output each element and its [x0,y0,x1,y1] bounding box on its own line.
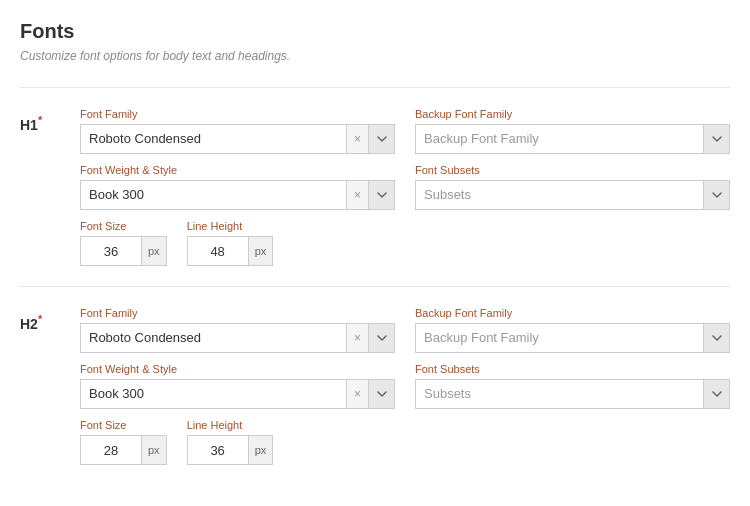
h1-line-height-label: Line Height [187,220,274,232]
h2-font-size-label: Font Size [80,419,167,431]
h2-font-weight-dropdown[interactable] [368,380,394,408]
h2-font-family-label: Font Family [80,307,395,319]
h1-line-height-wrapper: px [187,236,274,266]
h1-font-size-wrapper: px [80,236,167,266]
h2-label: H2* [20,307,80,332]
h1-font-family-label: Font Family [80,108,395,120]
h2-line-height-label: Line Height [187,419,274,431]
chevron-down-icon [377,333,387,343]
h2-font-size-wrapper: px [80,435,167,465]
h2-font-size-unit: px [141,436,166,464]
h1-font-weight-dropdown[interactable] [368,181,394,209]
h1-backup-font-family-value: Backup Font Family [416,124,703,154]
h2-font-subsets-dropdown[interactable] [703,380,729,408]
h1-font-subsets-select[interactable]: Subsets [415,180,730,210]
h1-font-weight-label: Font Weight & Style [80,164,395,176]
h1-font-family-clear[interactable]: × [346,125,368,153]
h2-size-line-row: Font Size px Line Height px [80,419,730,465]
h1-backup-font-family-label: Backup Font Family [415,108,730,120]
h1-backup-font-family-select[interactable]: Backup Font Family [415,124,730,154]
h1-font-size-input[interactable] [81,237,141,265]
chevron-down-icon [712,134,722,144]
h1-font-family-dropdown[interactable] [368,125,394,153]
chevron-down-icon [377,190,387,200]
h2-size-row: Font Size px Line Height px [80,419,730,465]
h2-backup-font-family-select[interactable]: Backup Font Family [415,323,730,353]
h1-font-weight-select[interactable]: Book 300 × [80,180,395,210]
h2-line-height-input[interactable] [188,436,248,464]
h2-font-subsets-select[interactable]: Subsets [415,379,730,409]
h2-fields: Font Family Roboto Condensed × Backup Fo… [80,307,730,465]
h2-font-weight-select[interactable]: Book 300 × [80,379,395,409]
page-subtitle: Customize font options for body text and… [20,49,730,63]
h2-font-subsets-label: Font Subsets [415,363,730,375]
h1-font-weight-value: Book 300 [81,180,346,210]
h2-line-height-field: Line Height px [187,419,274,465]
h2-font-size-field: Font Size px [80,419,167,465]
h2-font-family-value: Roboto Condensed [81,323,346,353]
h2-font-weight-clear[interactable]: × [346,380,368,408]
h1-font-family-group: Font Family Roboto Condensed × [80,108,395,154]
chevron-down-icon [712,333,722,343]
h2-font-family-select[interactable]: Roboto Condensed × [80,323,395,353]
h1-font-family-select[interactable]: Roboto Condensed × [80,124,395,154]
h2-font-weight-group: Font Weight & Style Book 300 × [80,363,395,409]
fonts-page: Fonts Customize font options for body te… [0,0,750,506]
h2-font-subsets-group: Font Subsets Subsets [415,363,730,409]
h2-backup-font-family-group: Backup Font Family Backup Font Family [415,307,730,353]
h2-font-size-input[interactable] [81,436,141,464]
h1-font-subsets-dropdown[interactable] [703,181,729,209]
chevron-down-icon [377,134,387,144]
h2-font-family-dropdown[interactable] [368,324,394,352]
h1-font-family-value: Roboto Condensed [81,124,346,154]
h2-font-weight-label: Font Weight & Style [80,363,395,375]
section-h2: H2* Font Family Roboto Condensed × B [20,286,730,485]
chevron-down-icon [377,389,387,399]
h1-font-weight-clear[interactable]: × [346,181,368,209]
h1-line-height-input[interactable] [188,237,248,265]
h1-backup-font-family-dropdown[interactable] [703,125,729,153]
h2-font-family-clear[interactable]: × [346,324,368,352]
h1-line-height-field: Line Height px [187,220,274,266]
h2-font-weight-value: Book 300 [81,379,346,409]
h1-label: H1* [20,108,80,133]
h2-backup-font-family-dropdown[interactable] [703,324,729,352]
h1-font-size-unit: px [141,237,166,265]
h1-size-line-row: Font Size px Line Height px [80,220,730,266]
h1-font-subsets-label: Font Subsets [415,164,730,176]
h1-font-weight-group: Font Weight & Style Book 300 × [80,164,395,210]
h2-backup-font-family-value: Backup Font Family [416,323,703,353]
h1-font-size-label: Font Size [80,220,167,232]
section-h1: H1* Font Family Roboto Condensed × B [20,87,730,286]
h1-fields: Font Family Roboto Condensed × Backup Fo… [80,108,730,266]
h1-font-size-field: Font Size px [80,220,167,266]
page-title: Fonts [20,20,730,43]
chevron-down-icon [712,190,722,200]
h2-backup-font-family-label: Backup Font Family [415,307,730,319]
h2-font-subsets-value: Subsets [416,379,703,409]
h1-line-height-unit: px [248,237,273,265]
chevron-down-icon [712,389,722,399]
h1-font-subsets-value: Subsets [416,180,703,210]
h2-line-height-wrapper: px [187,435,274,465]
h2-font-family-group: Font Family Roboto Condensed × [80,307,395,353]
h1-size-row: Font Size px Line Height px [80,220,730,266]
h2-line-height-unit: px [248,436,273,464]
h1-font-subsets-group: Font Subsets Subsets [415,164,730,210]
h1-backup-font-family-group: Backup Font Family Backup Font Family [415,108,730,154]
